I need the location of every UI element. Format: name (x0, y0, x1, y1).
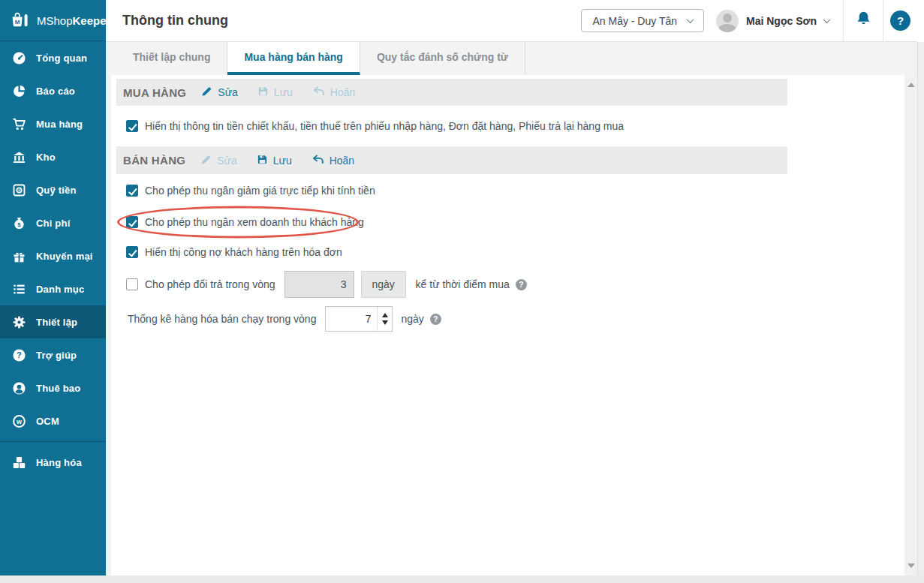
sidebar-item-khuyen-mai[interactable]: Khuyến mại (0, 239, 106, 272)
user-name: Mai Ngọc Sơn (746, 15, 817, 27)
checkbox[interactable] (126, 120, 138, 132)
floppy-disk-icon (257, 86, 269, 99)
settings-panel: MUA HÀNG Sửa Lưu Hoãn (111, 75, 917, 575)
sidebar-item-kho[interactable]: Kho (0, 140, 106, 173)
tab-mua-hang-ban-hang[interactable]: Mua hàng bán hàng (227, 42, 360, 75)
page-title: Thông tin chung (106, 13, 228, 29)
return-suffix-label: kể từ thời điểm mua (416, 278, 510, 290)
return-days-unit-box: ngày (361, 271, 406, 298)
shopping-bag-logo-icon: M (10, 11, 30, 31)
purchase-edit-button[interactable]: Sửa (201, 86, 238, 99)
sidebar-item-danh-muc[interactable]: Danh mục (0, 272, 106, 305)
brand-logo[interactable]: M MShopKeeper (0, 0, 106, 41)
money-bag-icon: $ (11, 215, 26, 230)
sidebar-item-ocm[interactable]: w OCM (0, 404, 106, 437)
purchase-section-header: MUA HÀNG Sửa Lưu Hoãn (116, 79, 787, 106)
svg-text:$: $ (17, 221, 21, 228)
pencil-icon (201, 86, 212, 99)
sidebar-item-thue-bao[interactable]: Thuê bao (0, 371, 106, 404)
ocm-icon: w (11, 413, 26, 428)
pencil-icon (200, 154, 212, 167)
checkbox[interactable] (126, 185, 138, 197)
tab-quy-tac-danh-so-chung-tu[interactable]: Quy tắc đánh số chứng từ (360, 42, 525, 75)
purchase-section-title: MUA HÀNG (123, 86, 186, 99)
sales-section-title: BÁN HÀNG (123, 154, 185, 167)
bestseller-days-input[interactable] (326, 307, 377, 331)
sidebar-item-quy-tien[interactable]: Quỹ tiền (0, 173, 106, 206)
svg-text:?: ? (17, 350, 22, 359)
notifications-button[interactable] (843, 0, 883, 42)
brand-name: MShopKeeper (37, 14, 110, 27)
help-button[interactable]: ? (883, 0, 917, 42)
sidebar-item-tro-giup[interactable]: ? Trợ giúp (0, 338, 106, 371)
checkbox[interactable] (126, 246, 138, 258)
tab-bar: Thiết lập chung Mua hàng bán hàng Quy tắ… (116, 42, 525, 75)
help-icon: ? (890, 11, 910, 31)
bestseller-period-row: Thống kê hàng hóa bán chạy trong vòng ng… (116, 302, 787, 336)
scroll-down-icon[interactable] (907, 563, 915, 568)
checkbox-row-customer-debt-invoice: Hiển thị công nợ khách hàng trên hóa đơn (116, 237, 787, 267)
checkbox-row-purchase-discount-tax: Hiển thị thông tin tiền chiết khấu, tiền… (116, 106, 787, 146)
stepper-up-icon[interactable] (382, 313, 388, 317)
undo-arrow-icon (312, 86, 325, 98)
purchase-undo-button[interactable]: Hoãn (312, 86, 355, 98)
sales-edit-button[interactable]: Sửa (200, 154, 237, 167)
bell-icon (854, 10, 873, 32)
window-scrollbar-gutter[interactable] (917, 42, 924, 575)
safe-icon (11, 182, 26, 197)
sidebar-item-hang-hoa[interactable]: Hàng hóa (0, 446, 106, 479)
chevron-down-icon (823, 16, 831, 23)
store-selector-dropdown[interactable]: An Mây - Duy Tân (581, 9, 704, 32)
sidebar-separator (0, 441, 106, 442)
dashboard-icon (11, 50, 26, 65)
checkbox-row-cashier-discount: Cho phép thu ngân giảm giá trực tiếp khi… (116, 174, 787, 207)
person-icon (11, 380, 26, 395)
window-bottom-gutter (0, 575, 924, 583)
undo-arrow-icon (312, 155, 324, 167)
chevron-down-icon (687, 16, 694, 23)
sales-save-button[interactable]: Lưu (257, 154, 292, 167)
user-menu[interactable]: Mai Ngọc Sơn (716, 10, 829, 32)
main-area: Thiết lập chung Mua hàng bán hàng Quy tắ… (106, 42, 917, 575)
floppy-disk-icon (257, 154, 268, 167)
return-period-row: Cho phép đổi trả trong vòng ngày kể từ t… (116, 267, 787, 302)
gift-icon (11, 248, 26, 263)
stepper-down-icon[interactable] (382, 320, 388, 325)
gear-icon (11, 314, 26, 329)
sidebar-item-mua-hang[interactable]: Mua hàng (0, 107, 106, 140)
return-days-input (284, 271, 354, 298)
checkbox[interactable] (126, 278, 138, 290)
help-dot-icon[interactable]: ? (430, 314, 441, 325)
content-scrollbar[interactable] (904, 75, 917, 575)
scroll-up-icon[interactable] (907, 83, 915, 87)
sidebar-item-tong-quan[interactable]: Tổng quan (0, 41, 106, 74)
cubes-icon (11, 455, 26, 470)
question-icon: ? (11, 347, 26, 362)
checkbox[interactable] (126, 216, 138, 228)
help-dot-icon[interactable]: ? (516, 279, 527, 290)
sales-undo-button[interactable]: Hoãn (312, 155, 354, 167)
avatar (716, 10, 739, 32)
mshopkeeper-app: M MShopKeeper Tổng quan Báo cáo Mua hàng (0, 0, 924, 583)
bestseller-unit-label: ngày (401, 313, 423, 325)
store-selector-value: An Mây - Duy Tân (592, 15, 677, 27)
bestseller-days-stepper (325, 306, 393, 332)
purchase-save-button[interactable]: Lưu (257, 86, 293, 99)
sidebar-item-chi-phi[interactable]: $ Chi phí (0, 206, 106, 239)
settings-form: MUA HÀNG Sửa Lưu Hoãn (116, 75, 787, 336)
bank-icon (11, 149, 26, 164)
tab-thiet-lap-chung[interactable]: Thiết lập chung (116, 42, 227, 75)
sales-section-header: BÁN HÀNG Sửa Lưu Hoãn (116, 146, 787, 174)
cart-icon (11, 116, 26, 131)
checkbox-row-cashier-view-revenue: Cho phép thu ngân xem doanh thu khách hà… (116, 207, 787, 237)
svg-text:w: w (16, 417, 22, 425)
top-header: Thông tin chung An Mây - Duy Tân Mai Ngọ… (106, 0, 917, 42)
sidebar: M MShopKeeper Tổng quan Báo cáo Mua hàng (0, 0, 106, 575)
bestseller-label: Thống kê hàng hóa bán chạy trong vòng (128, 313, 316, 325)
stepper-arrows[interactable] (377, 307, 392, 331)
sidebar-item-bao-cao[interactable]: Báo cáo (0, 74, 106, 107)
pie-chart-icon (11, 83, 26, 98)
sidebar-item-thiet-lap[interactable]: Thiết lập (0, 305, 106, 338)
svg-text:M: M (15, 18, 20, 25)
list-icon (11, 281, 26, 296)
